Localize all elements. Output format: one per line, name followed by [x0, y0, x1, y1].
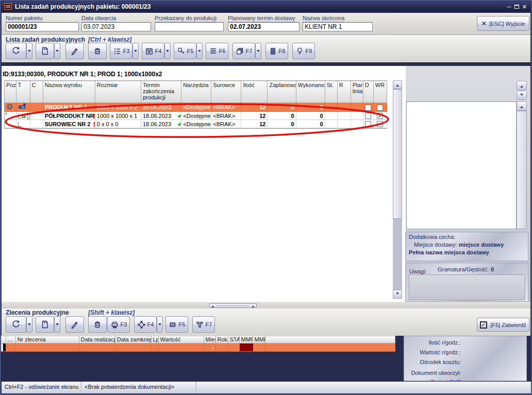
orders-f4-dropdown[interactable] — [157, 316, 163, 333]
col-header[interactable]: Narzędzia — [181, 81, 211, 103]
d-checkbox[interactable] — [365, 105, 371, 111]
panel-scroll-down-button[interactable] — [517, 91, 527, 100]
package-number-input[interactable] — [6, 22, 79, 31]
orders-refresh-button[interactable] — [6, 316, 26, 333]
col-header[interactable]: Plan linia — [351, 81, 363, 103]
done-cell: 0 — [296, 112, 325, 120]
scroll-up-button[interactable] — [517, 101, 527, 111]
col-header[interactable]: MMR — [253, 336, 265, 344]
col-header[interactable]: St. — [325, 81, 337, 103]
scroll-thumb[interactable] — [393, 89, 402, 219]
orders-new-dropdown[interactable] — [54, 316, 60, 333]
new-item-button[interactable] — [36, 43, 54, 59]
orders-delete-button[interactable] — [88, 316, 107, 333]
handover-date-input[interactable] — [155, 22, 224, 31]
f5-search-button[interactable]: F5 — [174, 43, 196, 59]
col-header[interactable]: R — [337, 81, 351, 103]
wr-checkbox-checked[interactable]: ✓ — [377, 113, 383, 119]
orders-f7-network-button[interactable]: F7 — [192, 316, 215, 333]
col-header[interactable]: ... — [6, 336, 15, 344]
orders-f3-print-button[interactable]: F3 — [107, 316, 130, 333]
table-row-product[interactable]: PRODUKT NR 1 1000 x 1000 x 2 20.06.2023 … — [5, 103, 387, 112]
col-header[interactable]: T — [16, 81, 30, 103]
refresh-button[interactable] — [6, 43, 26, 59]
delivery-date-input[interactable] — [228, 22, 300, 31]
scroll-down-button[interactable] — [393, 290, 402, 299]
minimize-button[interactable]: ─ — [505, 3, 513, 10]
remarks-textarea[interactable] — [409, 274, 525, 300]
confirm-button[interactable]: ✓ [F5] Zatwierdź — [477, 318, 529, 332]
col-header[interactable]: Rozmiar — [95, 81, 141, 103]
orders-empty-row[interactable]: - — [1, 344, 395, 352]
selection-info: ID:9133;00300, PRODUKT NR 1; PROD 1; 100… — [3, 71, 162, 78]
col-header[interactable]: Rok — [215, 336, 228, 344]
col-header[interactable]: Wykonano — [296, 81, 325, 103]
col-header[interactable]: Termin zakończenia produkcji — [141, 81, 181, 103]
col-header[interactable]: WR — [373, 81, 387, 103]
col-header[interactable]: Data realizacji — [79, 336, 115, 344]
f3-list-button[interactable]: F3 — [110, 43, 132, 59]
f3-dropdown[interactable] — [132, 43, 139, 59]
wr-checkbox[interactable] — [377, 105, 383, 111]
info-label: Dokument utworzył: — [411, 370, 461, 376]
delete-button[interactable] — [88, 43, 107, 59]
col-header[interactable]: Ilość — [241, 81, 268, 103]
open-date-input[interactable] — [81, 22, 151, 31]
orders-new-button[interactable] — [36, 316, 54, 333]
wr-checkbox[interactable] — [377, 121, 383, 127]
col-header[interactable]: Mies — [204, 336, 215, 344]
edit-button[interactable] — [65, 43, 84, 59]
panel-scroll-up-button[interactable] — [517, 81, 527, 90]
orders-header-row: ... Nr zlecenia Data realizacji Data zam… — [1, 336, 395, 344]
scroll-up-button[interactable] — [393, 80, 402, 89]
col-header[interactable]: C — [30, 81, 43, 103]
statusbar-hint: Ctrl+F2 - odświeżanie ekranu — [2, 382, 81, 393]
splitter-handle[interactable] — [209, 303, 257, 307]
col-header[interactable]: D — [363, 81, 373, 103]
f7-copies-button[interactable]: F7 — [232, 43, 255, 59]
col-header[interactable]: MMP — [239, 336, 253, 344]
exit-button[interactable]: × [ESC] Wyjście — [477, 16, 529, 31]
info-label: Rodzaj PKT — [430, 379, 461, 381]
refresh-dropdown[interactable] — [26, 43, 32, 59]
deadline-cell: 18.06.2023✔ — [141, 112, 181, 120]
f4-dropdown[interactable] — [164, 43, 171, 59]
f4-calendar-button[interactable]: F4 — [142, 43, 164, 59]
col-header[interactable]: Poz — [5, 81, 16, 103]
d-checkbox[interactable] — [365, 113, 371, 119]
size-cell: 0 x 0 x 0 — [95, 120, 141, 128]
f7-dropdown[interactable] — [255, 43, 261, 59]
table-row-halfproduct[interactable]: 1 PÓŁPRODUKT NR 1! 1000 x 1000 x 1 18.06… — [5, 112, 387, 120]
orders-f5-frame-button[interactable]: F5 — [165, 316, 188, 333]
orders-edit-button[interactable] — [65, 316, 84, 333]
col-header[interactable]: Nazwa wyrobu — [43, 81, 95, 103]
col-header[interactable]: Data zamknięcia — [115, 336, 151, 344]
materials-cell: <BRAK> — [211, 120, 241, 128]
f9-bulb-button[interactable]: F9 — [292, 43, 315, 59]
new-item-dropdown[interactable] — [54, 43, 60, 59]
tasks-vscrollbar[interactable] — [393, 80, 402, 299]
col-header[interactable]: STAT — [228, 336, 239, 344]
scroll-thumb[interactable] — [517, 111, 527, 229]
d-checkbox[interactable] — [365, 121, 371, 127]
table-row-material[interactable]: 1 SUROWIEC NR 2! 0 x 0 x 0 18.06.2023✔ <… — [5, 120, 387, 128]
col-header[interactable]: Zaplanowano — [268, 81, 296, 103]
tree-bracket-icon — [18, 122, 22, 127]
col-header[interactable]: Lp — [151, 336, 158, 344]
listbox-scrollbar[interactable] — [517, 101, 527, 229]
col-header[interactable]: Surowce — [211, 81, 241, 103]
client-name-input[interactable] — [303, 22, 373, 31]
f8-building-button[interactable]: F8 — [265, 43, 288, 59]
col-header[interactable]: Nr zlecenia — [15, 336, 79, 344]
orders-toolbar: Zlecenia produkcyjne [Shift + klawisz] F… — [2, 308, 530, 336]
details-listbox[interactable] — [406, 101, 517, 229]
close-button[interactable]: × — [521, 3, 528, 10]
maximize-button[interactable] — [513, 3, 521, 10]
f5-dropdown[interactable] — [196, 43, 203, 59]
f5-label: F5 — [187, 48, 194, 54]
orders-f4-cube-button[interactable]: F4 — [134, 316, 157, 333]
col-header[interactable]: Wartość — [158, 336, 204, 344]
arrow-up-icon — [396, 83, 399, 87]
f6-list-button[interactable]: F6 — [206, 43, 228, 59]
orders-refresh-dropdown[interactable] — [26, 316, 32, 333]
